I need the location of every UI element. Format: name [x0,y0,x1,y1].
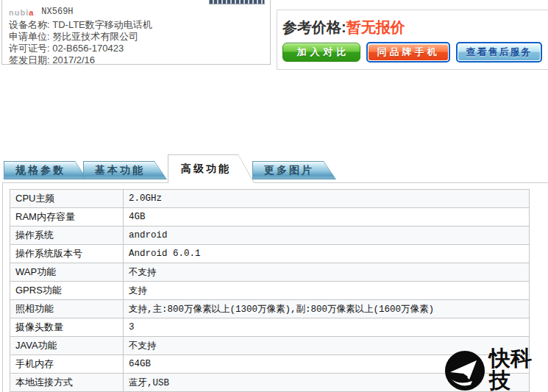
spec-value: 支持 [124,282,530,300]
price-value: 暂无报价 [346,19,405,35]
spec-label: WAP功能 [10,263,124,282]
cutoff-image-fragment [209,0,265,4]
spec-label: 操作系统版本号 [10,245,124,263]
spec-label: RAM内存容量 [10,208,124,227]
table-row: 操作系统android [10,227,530,245]
spec-label: GPRS功能 [10,282,124,300]
device-field-2: 许可证号: 02-B656-170423 [9,43,263,54]
spec-label: CPU主频 [10,190,124,208]
button-green[interactable]: 加入对比 [282,43,360,62]
table-row: GPRS功能支持 [10,282,530,300]
table-row: CPU主频2.0GHz [10,190,530,208]
paper-plane-icon [444,350,485,391]
tab-4[interactable]: 更多图片 [252,161,336,179]
spec-label: 摄像头数量 [10,318,124,337]
table-row: 摄像头数量3 [10,318,530,337]
spec-value: android [124,227,530,245]
device-model: NX569H [41,7,73,17]
spec-value: 2.0GHz [124,190,530,208]
device-info-panel: nubia NX569H 设备名称: TD-LTE数字移动电话机申请单位: 努比… [1,0,271,65]
spec-value: Android 6.0.1 [124,245,530,263]
button-blue[interactable]: 查看售后服务 [456,42,542,63]
device-field-3: 签发日期: 2017/2/16 [9,54,263,66]
spec-value: 4GB [124,208,530,227]
device-fields: 设备名称: TD-LTE数字移动电话机申请单位: 努比亚技术有限公司许可证号: … [9,19,263,66]
device-field-1: 申请单位: 努比亚技术有限公司 [9,31,263,43]
spec-label: 本地连接方式 [10,374,124,392]
kkj-watermark: 快科技 KKJ.CN [444,347,548,392]
table-row: WAP功能不支持 [10,263,530,282]
spec-tab-strip: 规格参数基本功能高级功能更多图片 [0,154,548,183]
button-orange[interactable]: 同品牌手机 [366,42,450,63]
price-panel: 参考价格:暂无报价 加入对比同品牌手机查看售后服务 [277,10,548,70]
nubia-logo: nubia [9,8,34,17]
watermark-title: 快科技 [489,347,548,391]
spec-label: 照相功能 [10,300,124,318]
device-field-0: 设备名称: TD-LTE数字移动电话机 [9,19,263,31]
spec-label: 手机内存 [10,355,124,374]
spec-value: 不支持 [124,263,530,282]
action-buttons: 加入对比同品牌手机查看售后服务 [282,42,548,63]
spec-label: 操作系统 [10,227,124,245]
tab-2[interactable]: 基本功能 [83,161,167,179]
tab-3-active[interactable]: 高级功能 [168,154,255,183]
watermark-text: 快科技 KKJ.CN [489,347,548,392]
tab-1[interactable]: 规格参数 [4,161,88,179]
price-label: 参考价格: [282,19,346,35]
price-row: 参考价格:暂无报价 [282,19,548,35]
spec-value: 支持,主:800万像素以上(1300万像素),副:800万像素以上(1600万像… [124,300,530,318]
spec-value: 3 [124,318,530,337]
table-row: 操作系统版本号Android 6.0.1 [10,245,530,263]
table-row: RAM内存容量4GB [10,208,530,227]
table-row: 照相功能支持,主:800万像素以上(1300万像素),副:800万像素以上(16… [10,300,530,318]
brand-row: nubia NX569H [9,5,263,17]
spec-label: JAVA功能 [10,337,124,355]
